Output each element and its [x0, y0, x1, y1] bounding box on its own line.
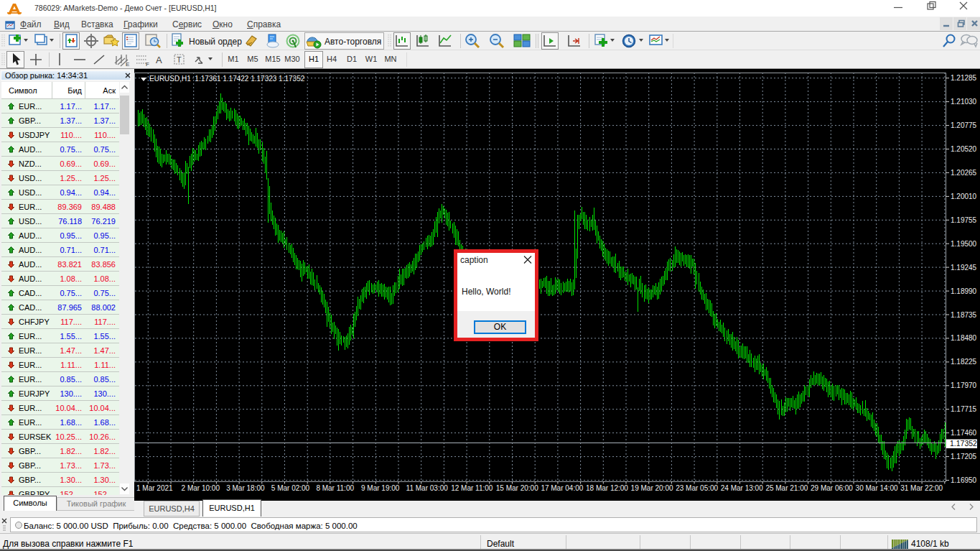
svg-text:1.18225: 1.18225 [951, 358, 977, 366]
svg-text:8 Mar 11:00: 8 Mar 11:00 [316, 484, 354, 492]
svg-text:30 Mar 14:00: 30 Mar 14:00 [856, 484, 898, 492]
svg-text:1.17715: 1.17715 [951, 405, 977, 413]
svg-text:T: T [177, 55, 182, 64]
svg-text:17 Mar 04:00: 17 Mar 04:00 [541, 484, 583, 492]
svg-text:1.17460: 1.17460 [951, 429, 977, 437]
svg-text:1.17352: 1.17352 [950, 439, 977, 448]
svg-text:29 Mar 06:00: 29 Mar 06:00 [811, 484, 853, 492]
svg-text:1.21030: 1.21030 [951, 98, 977, 106]
svg-text:1.20775: 1.20775 [951, 121, 977, 129]
svg-text:1.19500: 1.19500 [951, 240, 977, 248]
svg-text:1.20520: 1.20520 [951, 145, 977, 153]
svg-text:18 Mar 12:00: 18 Mar 12:00 [586, 484, 628, 492]
svg-text:E: E [126, 61, 129, 68]
svg-text:5 Mar 02:00: 5 Mar 02:00 [271, 484, 310, 492]
svg-text:1.17205: 1.17205 [951, 453, 977, 460]
svg-text:3 Mar 18:00: 3 Mar 18:00 [226, 484, 265, 492]
svg-text:F: F [146, 61, 149, 68]
svg-text:24 Mar 13:00: 24 Mar 13:00 [721, 484, 763, 492]
svg-text:25 Mar 21:00: 25 Mar 21:00 [765, 484, 808, 492]
svg-text:A: A [156, 55, 162, 65]
svg-text:9 Mar 19:00: 9 Mar 19:00 [361, 484, 400, 492]
svg-text:1.18990: 1.18990 [951, 287, 977, 295]
svg-text:1.19755: 1.19755 [951, 216, 977, 224]
svg-text:15 Mar 20:00: 15 Mar 20:00 [496, 484, 538, 492]
svg-text:EURUSD,H1 1.17361 1.17422 1.1: EURUSD,H1 1.17361 1.17422 1.17323 1.1735… [149, 75, 305, 83]
svg-text:31 Mar 22:00: 31 Mar 22:00 [900, 484, 943, 492]
svg-text:11 Mar 03:00: 11 Mar 03:00 [406, 484, 449, 492]
svg-text:19 Mar 20:00: 19 Mar 20:00 [631, 484, 673, 492]
svg-text:1.19245: 1.19245 [951, 264, 977, 272]
svg-text:1.18735: 1.18735 [951, 311, 977, 319]
svg-text:1.17970: 1.17970 [951, 381, 977, 389]
svg-text:1.20265: 1.20265 [951, 169, 977, 177]
svg-text:1.20010: 1.20010 [951, 193, 977, 200]
svg-text:1.21285: 1.21285 [951, 74, 977, 82]
svg-text:1 Mar 2021: 1 Mar 2021 [136, 484, 173, 492]
svg-text:2 Mar 10:00: 2 Mar 10:00 [182, 484, 220, 492]
svg-text:1.16950: 1.16950 [951, 476, 977, 484]
svg-text:12 Mar 11:00: 12 Mar 11:00 [451, 484, 493, 492]
svg-text:23 Mar 05:00: 23 Mar 05:00 [676, 484, 718, 492]
svg-text:1.18480: 1.18480 [951, 334, 977, 342]
